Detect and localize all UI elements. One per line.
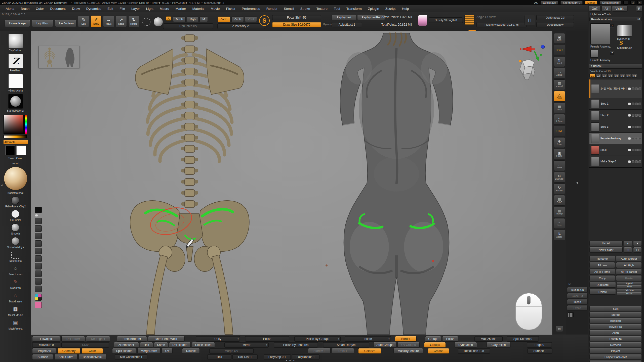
menu-item[interactable]: Macro <box>156 5 172 12</box>
menu-item[interactable]: Picker <box>223 5 239 12</box>
bottom-button[interactable]: Roll <box>207 354 231 360</box>
expand-folders-button[interactable]: ⊞ <box>624 247 632 253</box>
sculptris-pro-icon[interactable]: S <box>259 15 270 26</box>
panel-button[interactable]: Del All <box>617 292 642 295</box>
menu-item[interactable]: File <box>116 5 128 12</box>
list-mini-icon[interactable] <box>632 114 634 117</box>
bottom-button[interactable]: Groups <box>424 342 446 348</box>
subtool-step2[interactable]: Step 2 <box>589 110 642 121</box>
bottom-button[interactable]: Split Screen 0 <box>507 336 539 342</box>
bottom-button[interactable]: Color <box>82 348 103 354</box>
menu-item[interactable]: Brush <box>18 5 33 12</box>
bottom-button[interactable]: Del Hidden <box>169 342 191 348</box>
simplebrush-thumbnail[interactable]: S <box>619 40 623 46</box>
gxyz-button[interactable]: Gxyz <box>554 126 565 136</box>
bottom-button[interactable]: Polish By Groups ◦⇕ <box>294 336 341 342</box>
undo-icon[interactable] <box>35 255 42 262</box>
angle-of-view-icon[interactable] <box>464 15 474 25</box>
black-swatch[interactable] <box>5 146 15 155</box>
tool-thumbnail-small[interactable] <box>590 50 598 58</box>
m-button[interactable]: M <box>199 16 208 22</box>
left-tray-collapse-arrow[interactable]: ◄ <box>0 184 3 187</box>
panel-button[interactable]: Del Other <box>617 289 642 292</box>
gravity-icon[interactable] <box>418 15 427 26</box>
stroke-ring-icon[interactable] <box>142 18 150 26</box>
panel-button[interactable]: AutoReorder <box>616 256 642 261</box>
brush-selectlasso[interactable]: ◌ SelectLasso <box>8 264 23 276</box>
brush-meshextrude[interactable]: ▦ MeshExtrude <box>8 305 23 316</box>
list-mini-icon[interactable] <box>632 126 634 128</box>
cursor-icon[interactable] <box>35 218 42 224</box>
variant-tab[interactable]: V1 <box>589 74 595 78</box>
list-mini-icon[interactable] <box>632 87 634 90</box>
knife-icon[interactable] <box>35 240 42 247</box>
clone-txt-button[interactable]: Clone Txt <box>567 293 588 298</box>
edit-mode-button[interactable]: ✎ Edit <box>78 15 89 27</box>
scroll-arrow[interactable]: ► <box>289 359 291 362</box>
z-intensity-slider[interactable]: Z Intensity 20 <box>217 23 265 29</box>
bottom-button[interactable]: Del Lower <box>61 336 85 342</box>
color-gradient-square[interactable] <box>4 115 24 134</box>
pen-mini-icon[interactable] <box>635 137 638 140</box>
draw-mode-button[interactable]: ✐ Draw <box>91 15 102 27</box>
section-boolean[interactable]: Boolean <box>589 318 642 323</box>
floor-grid-button[interactable]: ▦ Floor <box>554 103 565 113</box>
local-symmetry-button[interactable]: ◐ L.Sym <box>554 114 565 125</box>
alternate-color-button[interactable]: Alternate <box>4 140 28 144</box>
variant-tab[interactable]: V2 <box>595 74 601 78</box>
menu-item[interactable]: Tool <box>331 5 343 12</box>
eye-icon[interactable] <box>628 137 631 140</box>
bottom-button[interactable]: LazyStep 0.1 <box>264 354 291 360</box>
pen-mini-icon[interactable] <box>635 103 638 105</box>
shadow-figures-icon[interactable]: ⊓ <box>525 15 535 25</box>
palette-icon[interactable] <box>35 294 42 301</box>
menu-item[interactable]: Marker <box>172 5 189 12</box>
xpose-button[interactable]: ⇅ Xpose <box>554 230 565 240</box>
subtool-step1[interactable]: Step 1 <box>589 98 642 110</box>
bottom-button[interactable]: ZRemesher <box>114 342 139 348</box>
gravity-strength-slider[interactable]: Gravity Strength 0 <box>429 17 463 23</box>
white-swatch[interactable] <box>16 146 26 155</box>
panel-button[interactable]: Insert <box>617 285 642 288</box>
scroll-button[interactable]: ⇅ Scroll <box>554 56 565 67</box>
switch-color-button[interactable]: SwitchColor <box>8 157 22 160</box>
default-zscript-button[interactable]: DefaultZscript <box>600 1 621 5</box>
mrgb-button[interactable]: Mrgb <box>173 16 186 22</box>
scroll-arrow[interactable]: ▼ <box>293 359 295 362</box>
texture-startupmaterial[interactable]: StartupMaterial <box>7 94 24 112</box>
subtool-body-steps[interactable]: 14성 여성 3단계 바디 각상 - [전완] <box>589 79 642 98</box>
bottom-button[interactable]: MidValue 0 <box>32 342 60 348</box>
move-up-button[interactable]: ▲ <box>624 241 632 246</box>
section-split[interactable]: Split <box>589 306 642 311</box>
panel-button[interactable]: Duplicate <box>589 282 616 288</box>
angle-of-view-label[interactable]: Angle Of View <box>476 15 496 19</box>
variant-tab[interactable]: V4 <box>608 74 613 78</box>
menu-item[interactable]: Alpha <box>3 5 18 12</box>
perspective-button[interactable]: △ Persp <box>554 91 565 102</box>
list-mini-icon[interactable] <box>632 160 634 163</box>
import-color-button[interactable]: Import <box>12 162 19 165</box>
right-tray-collapse-arrow[interactable]: ◄ <box>575 181 578 185</box>
menu-item[interactable]: Dynamics <box>83 5 104 12</box>
rotate-view-button[interactable]: ↻ Rotate <box>554 184 565 194</box>
bottom-button[interactable]: Colorize <box>358 348 381 354</box>
replay-last-rel-button[interactable]: ReplayLastRel <box>357 14 385 20</box>
texture-grid-icon[interactable] <box>568 312 574 317</box>
bottom-button[interactable]: ClayPolish <box>487 342 511 348</box>
collapse-folders-button[interactable]: ⊟ <box>633 247 642 253</box>
list-mini-icon[interactable] <box>632 103 634 105</box>
panel-button[interactable]: All To Home <box>589 269 615 275</box>
bpr-render-button[interactable]: ▣ BPR <box>554 33 565 44</box>
polyframe-button[interactable]: ▦ PolyF <box>554 195 565 206</box>
menu-item[interactable]: Preferences <box>239 5 263 12</box>
alpha-brushalpha[interactable]: ~BrushAlpha <box>7 74 24 92</box>
bottom-button[interactable]: Del Higher <box>86 336 110 342</box>
scale-mode-button[interactable]: ↗ Scale <box>116 15 127 27</box>
variant-tab[interactable]: V6 <box>620 74 625 78</box>
stroke-freehand[interactable]: Z FreeHand <box>7 54 24 72</box>
copy-icon[interactable] <box>35 278 42 285</box>
bottom-button[interactable]: Mirror ⇕ <box>224 342 269 348</box>
brush-masklasso[interactable]: ◌ MaskLasso <box>8 291 23 303</box>
bottom-button[interactable]: LazyRadius 1 <box>292 354 319 360</box>
pen-mini-icon[interactable] <box>635 126 638 128</box>
